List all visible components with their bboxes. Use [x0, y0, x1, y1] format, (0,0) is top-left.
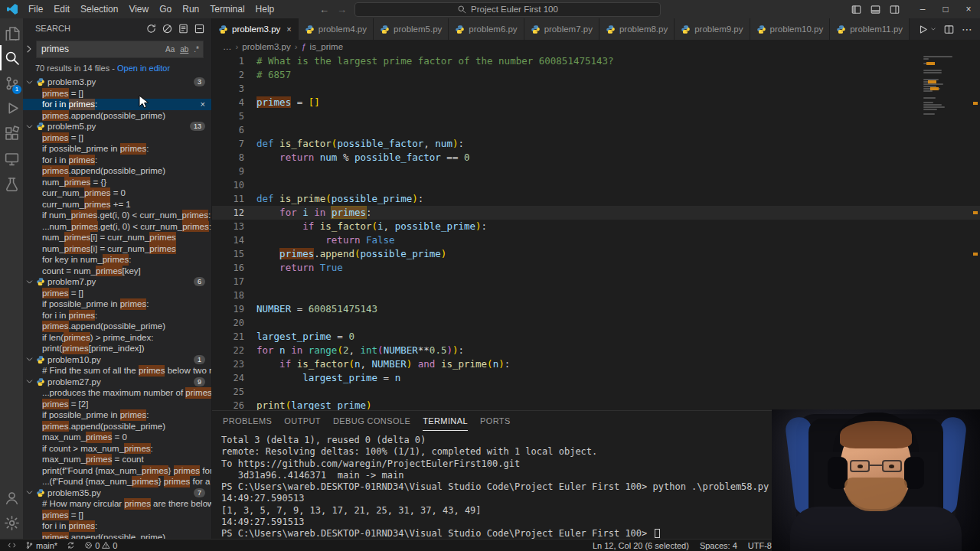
search-match-row[interactable]: primes.append(possible_prime) — [23, 421, 211, 432]
search-match-row[interactable]: if possible_prime in primes: — [23, 298, 211, 310]
panel-tab-problems[interactable]: PROBLEMS — [223, 411, 272, 431]
search-match-row[interactable]: print(primes[prime_index]) — [23, 343, 211, 354]
menu-terminal[interactable]: Terminal — [204, 0, 250, 18]
line-number[interactable]: 4 — [212, 96, 247, 109]
line-number[interactable]: 20 — [212, 316, 247, 330]
clear-results-icon[interactable] — [162, 23, 173, 34]
menu-file[interactable]: File — [23, 0, 48, 18]
code-text[interactable]: def is_prime(possible_prime): — [247, 192, 423, 206]
code-text[interactable]: # What is the largest prime factor of th… — [247, 54, 614, 68]
menu-go[interactable]: Go — [154, 0, 177, 18]
code-text[interactable]: # 6857 — [247, 68, 291, 82]
code-line[interactable]: 25 — [212, 385, 980, 399]
code-line[interactable]: 24 largest_prime = n — [212, 371, 980, 385]
code-text[interactable]: for n in range(2, int(NUMBER**0.5)): — [247, 344, 464, 357]
regex-toggle[interactable]: .* — [192, 44, 201, 54]
activity-remote-explorer[interactable] — [0, 146, 23, 171]
search-match-row[interactable]: curr_num_primes = 0 — [23, 187, 211, 199]
search-file-row[interactable]: problem27.py9 — [23, 377, 211, 388]
menu-edit[interactable]: Edit — [48, 0, 75, 18]
toggle-replace-icon[interactable] — [24, 44, 34, 54]
code-line[interactable]: 22for n in range(2, int(NUMBER**0.5)): — [212, 344, 980, 357]
code-text[interactable]: if is_factor(n, NUMBER) and is_prime(n): — [247, 357, 510, 371]
tab-problem6.py[interactable]: problem6.py — [449, 18, 524, 40]
open-new-search-editor-icon[interactable] — [178, 23, 189, 34]
code-line[interactable]: 6 — [212, 123, 980, 137]
close-tab-icon[interactable]: × — [286, 24, 291, 34]
code-text[interactable] — [247, 109, 256, 123]
nav-back-icon[interactable]: ← — [319, 4, 329, 15]
code-editor[interactable]: 1# What is the largest prime factor of t… — [212, 54, 980, 410]
search-match-row[interactable]: num_primes[i] = curr_num_primes — [23, 243, 211, 255]
search-match-row[interactable]: for i in primes: — [23, 520, 211, 532]
code-text[interactable]: print(largest_prime) — [247, 399, 372, 410]
open-in-editor-link[interactable]: Open in editor — [117, 64, 170, 73]
code-line[interactable]: 5 — [212, 109, 980, 123]
search-match-row[interactable]: primes.append(possible_prime) — [23, 110, 211, 122]
search-match-row[interactable]: primes.append(possible_prime) — [23, 321, 211, 332]
search-file-row[interactable]: problem35.py7 — [23, 487, 211, 499]
code-text[interactable]: primes = [] — [247, 96, 320, 109]
code-line[interactable]: 7def is_factor(possible_factor, num): — [212, 137, 980, 151]
search-match-row[interactable]: if num_primes.get(i, 0) < curr_num_prime… — [23, 210, 211, 221]
activity-source-control[interactable]: 1 — [0, 70, 23, 96]
activity-settings[interactable] — [0, 510, 23, 536]
match-case-toggle[interactable]: Aa — [164, 44, 176, 54]
whole-word-toggle[interactable]: ab — [178, 44, 190, 54]
minimap[interactable] — [923, 56, 969, 116]
close-button[interactable]: × — [957, 0, 980, 18]
code-text[interactable] — [247, 289, 256, 302]
activity-account[interactable] — [0, 485, 23, 510]
nav-forward-icon[interactable]: → — [337, 4, 347, 15]
line-number[interactable]: 7 — [212, 137, 247, 151]
breadcrumb-symbol[interactable]: is_prime — [310, 42, 343, 51]
maximize-button[interactable]: □ — [934, 0, 957, 18]
line-number[interactable]: 8 — [212, 151, 247, 165]
run-button[interactable] — [917, 24, 929, 35]
line-number[interactable]: 24 — [212, 371, 247, 385]
search-match-row[interactable]: curr_num_primes += 1 — [23, 199, 211, 210]
line-number[interactable]: 5 — [212, 109, 247, 123]
search-match-row[interactable]: primes.append(possible_prime) — [23, 165, 211, 177]
line-number[interactable]: 10 — [212, 178, 247, 192]
search-match-row[interactable]: num_primes = {} — [23, 177, 211, 188]
search-match-row[interactable]: if possible_prime in primes: — [23, 409, 211, 421]
code-line[interactable]: 21largest_prime = 0 — [212, 330, 980, 344]
line-number[interactable]: 23 — [212, 357, 247, 371]
line-number[interactable]: 16 — [212, 261, 247, 275]
code-line[interactable]: 11def is_prime(possible_prime): — [212, 192, 980, 206]
branch-status[interactable]: main* — [25, 541, 57, 550]
code-line[interactable]: 19NUMBER = 600851475143 — [212, 302, 980, 316]
code-line[interactable]: 13 if is_factor(i, possible_prime): — [212, 220, 980, 233]
collapse-all-icon[interactable] — [194, 23, 205, 34]
line-number[interactable]: 12 — [212, 206, 247, 220]
line-number[interactable]: 26 — [212, 399, 247, 410]
code-text[interactable] — [247, 123, 256, 137]
search-match-row[interactable]: if len(primes) > prime_index: — [23, 332, 211, 344]
line-number[interactable]: 21 — [212, 330, 247, 344]
dismiss-match-icon[interactable]: × — [201, 99, 205, 110]
code-text[interactable] — [247, 316, 256, 330]
code-line[interactable]: 2# 6857 — [212, 68, 980, 82]
breadcrumb-file[interactable]: problem3.py — [242, 42, 290, 51]
menu-selection[interactable]: Selection — [75, 0, 123, 18]
toggle-sidebar-icon[interactable] — [851, 4, 862, 15]
line-number[interactable]: 22 — [212, 344, 247, 357]
search-match-row[interactable]: print(f"Found {max_num_primes} primes fo… — [23, 465, 211, 477]
search-file-row[interactable]: problem7.py6 — [23, 276, 211, 288]
tab-problem4.py[interactable]: problem4.py — [299, 18, 374, 40]
code-text[interactable] — [247, 275, 256, 289]
search-match-row[interactable]: primes = [] — [23, 510, 211, 521]
tab-problem7.py[interactable]: problem7.py — [524, 18, 599, 40]
code-text[interactable] — [247, 165, 256, 178]
line-number[interactable]: 1 — [212, 54, 247, 68]
remote-indicator[interactable] — [8, 541, 16, 549]
toggle-secondary-sidebar-icon[interactable] — [889, 4, 900, 15]
code-text[interactable]: return num % possible_factor == 0 — [247, 151, 469, 165]
code-text[interactable] — [247, 385, 256, 399]
search-match-row[interactable]: primes.append(possible_prime) — [23, 532, 211, 540]
encoding-status[interactable]: UTF-8 — [748, 541, 772, 550]
search-file-row[interactable]: problem5.py13 — [23, 121, 211, 132]
code-text[interactable]: def is_factor(possible_factor, num): — [247, 137, 464, 151]
tab-problem11.py[interactable]: problem11.py — [830, 18, 910, 40]
